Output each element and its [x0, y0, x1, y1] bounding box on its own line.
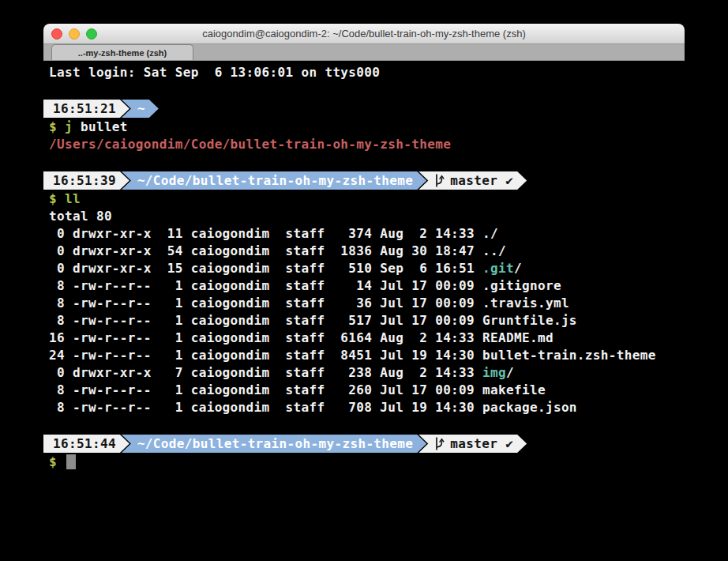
command-line: $ ll	[49, 190, 685, 208]
space	[57, 191, 65, 206]
terminal-content[interactable]: Last login: Sat Sep 6 13:06:01 on ttys00…	[43, 61, 685, 561]
blank-line	[49, 416, 685, 434]
listing-file-name: .git	[482, 261, 514, 276]
prompt-git-segment: master✔	[418, 435, 527, 453]
listing-file-name: ./	[482, 226, 498, 241]
space	[57, 119, 65, 134]
listing-row-meta: 8 -rw-r--r-- 1 caiogondim staff 36 Jul 1…	[49, 296, 482, 311]
space	[57, 454, 65, 469]
listing-row: 0 drwxr-xr-x 11 caiogondim staff 374 Aug…	[49, 225, 685, 243]
git-status-check: ✔	[505, 173, 513, 188]
prompt-time-segment: 16:51:21	[43, 100, 129, 118]
tab-active[interactable]: ..-my-zsh-theme (zsh)	[51, 44, 193, 60]
command-name: ll	[65, 191, 81, 206]
listing-row-meta: 0 drwxr-xr-x 54 caiogondim staff 1836 Au…	[49, 243, 482, 258]
git-branch-name: master	[450, 173, 497, 188]
blank-line	[49, 153, 685, 171]
prompt-symbol: $	[49, 119, 57, 134]
git-branch-name: master	[450, 436, 497, 451]
git-branch-icon	[434, 174, 445, 187]
command-line: $	[49, 454, 685, 471]
terminal-cursor	[66, 454, 76, 469]
prompt-symbol: $	[49, 454, 57, 469]
listing-row: 8 -rw-r--r-- 1 caiogondim staff 36 Jul 1…	[49, 295, 685, 312]
prompt-path-segment: ~/Code/bullet-train-oh-my-zsh-theme	[122, 171, 426, 190]
prompt-git-segment: master✔	[418, 171, 527, 190]
jump-output-line: /Users/caiogondim/Code/bullet-train-oh-m…	[49, 136, 685, 153]
terminal-window: caiogondim@caiogondim-2: ~/Code/bullet-t…	[43, 24, 685, 561]
listing-row-meta: 16 -rw-r--r-- 1 caiogondim staff 6164 Au…	[49, 330, 482, 345]
listing-file-name: .travis.yml	[482, 296, 569, 311]
listing-row: 24 -rw-r--r-- 1 caiogondim staff 8451 Ju…	[49, 347, 685, 364]
jump-output-path: /Users/caiogondim/Code/bullet-train-oh-m…	[49, 137, 451, 152]
listing-total-line: total 80	[49, 208, 685, 225]
listing-file-suffix: /	[506, 365, 514, 380]
window-title: caiogondim@caiogondim-2: ~/Code/bullet-t…	[43, 28, 685, 40]
listing-row-meta: 0 drwxr-xr-x 15 caiogondim staff 510 Sep…	[49, 261, 482, 276]
git-branch-icon	[434, 437, 445, 450]
prompt-symbol: $	[49, 191, 57, 206]
tab-bar: ..-my-zsh-theme (zsh)	[43, 44, 685, 61]
blank-line	[49, 81, 685, 99]
listing-row-meta: 8 -rw-r--r-- 1 caiogondim staff 260 Jul …	[49, 382, 482, 397]
prompt-time-segment: 16:51:39	[43, 171, 129, 190]
listing-row: 8 -rw-r--r-- 1 caiogondim staff 517 Jul …	[49, 312, 685, 329]
listing-row-meta: 0 drwxr-xr-x 7 caiogondim staff 238 Aug …	[49, 365, 482, 380]
listing-file-suffix: /	[514, 261, 522, 276]
listing-file-name: bullet-train.zsh-theme	[482, 348, 656, 363]
command-args: bullet	[73, 119, 128, 134]
last-login-line: Last login: Sat Sep 6 13:06:01 on ttys00…	[49, 64, 685, 81]
listing-file-name: README.md	[482, 330, 554, 345]
listing-row: 16 -rw-r--r-- 1 caiogondim staff 6164 Au…	[49, 329, 685, 347]
listing-file-name: makefile	[482, 382, 546, 397]
listing-row: 8 -rw-r--r-- 1 caiogondim staff 708 Jul …	[49, 399, 685, 416]
listing-row-meta: 8 -rw-r--r-- 1 caiogondim staff 14 Jul 1…	[49, 278, 482, 293]
listing-row-meta: 0 drwxr-xr-x 11 caiogondim staff 374 Aug…	[49, 226, 482, 241]
listing-file-name: Gruntfile.js	[482, 313, 577, 328]
git-status-check: ✔	[505, 436, 513, 451]
tab-label: ..-my-zsh-theme (zsh)	[78, 48, 167, 58]
listing-file-name: ../	[482, 243, 506, 258]
listing-row: 0 drwxr-xr-x 7 caiogondim staff 238 Aug …	[49, 364, 685, 382]
prompt-time-segment: 16:51:44	[43, 435, 129, 453]
listing-row: 8 -rw-r--r-- 1 caiogondim staff 260 Jul …	[49, 382, 685, 399]
listing-file-name: img	[482, 365, 506, 380]
listing-file-name: package.json	[482, 400, 577, 415]
command-line: $ j bullet	[49, 119, 685, 136]
command-name: j	[65, 119, 73, 134]
listing-row-meta: 24 -rw-r--r-- 1 caiogondim staff 8451 Ju…	[49, 348, 482, 363]
prompt-bar: 16:51:44~/Code/bullet-train-oh-my-zsh-th…	[43, 435, 685, 453]
prompt-path-segment: ~/Code/bullet-train-oh-my-zsh-theme	[122, 435, 426, 453]
listing-file-name: .gitignore	[482, 278, 561, 293]
listing-row-meta: 8 -rw-r--r-- 1 caiogondim staff 708 Jul …	[49, 400, 482, 415]
prompt-bar: 16:51:21~	[43, 100, 685, 118]
listing-row: 8 -rw-r--r-- 1 caiogondim staff 14 Jul 1…	[49, 277, 685, 295]
listing-row: 0 drwxr-xr-x 54 caiogondim staff 1836 Au…	[49, 243, 685, 260]
listing-row: 0 drwxr-xr-x 15 caiogondim staff 510 Sep…	[49, 260, 685, 277]
listing-row-meta: 8 -rw-r--r-- 1 caiogondim staff 517 Jul …	[49, 313, 482, 328]
title-bar[interactable]: caiogondim@caiogondim-2: ~/Code/bullet-t…	[43, 24, 685, 44]
prompt-bar: 16:51:39~/Code/bullet-train-oh-my-zsh-th…	[43, 171, 685, 190]
